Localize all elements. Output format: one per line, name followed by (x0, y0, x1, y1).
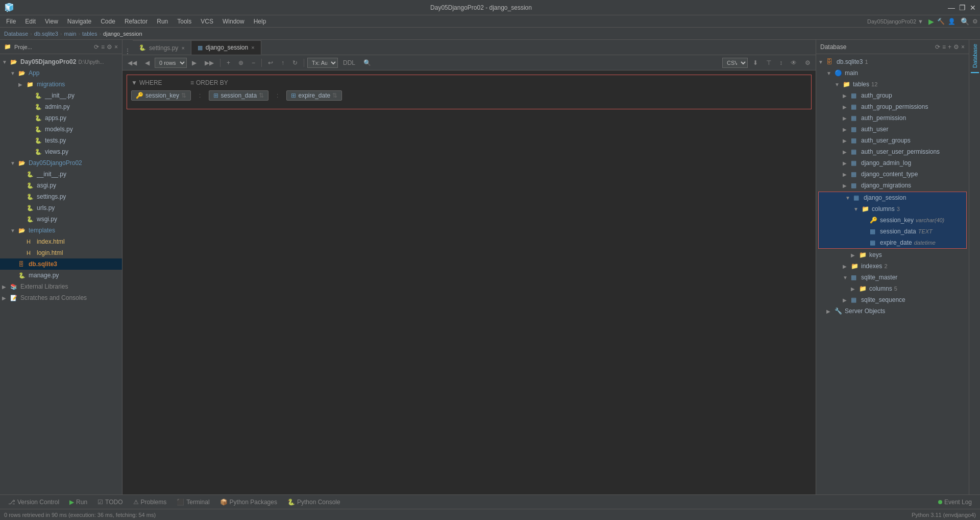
tree-settings[interactable]: 🐍 settings.py (0, 191, 122, 202)
tree-day05[interactable]: ▼ 📂 Day05DjangoPro02 (0, 157, 122, 169)
tree-urls[interactable]: 🐍 urls.py (0, 202, 122, 214)
tree-views[interactable]: 🐍 views.py (0, 146, 122, 157)
close-button[interactable]: ✕ (970, 4, 976, 12)
db-django-content-type[interactable]: ▶ ▦ django_content_type (816, 169, 969, 180)
python-packages-tab[interactable]: 📦 Python Packages (216, 497, 281, 508)
menu-file[interactable]: File (2, 17, 20, 26)
database-side-tab[interactable]: Database (971, 40, 979, 73)
project-selector[interactable]: Day05DjangoPro02 ▼ (867, 18, 923, 25)
minimize-button[interactable]: — (948, 4, 955, 12)
menu-help[interactable]: Help (250, 17, 271, 26)
db-session-key-col[interactable]: 🔑 session_key varchar(40) (819, 215, 966, 226)
filter-button[interactable]: ⊤ (763, 57, 774, 68)
first-page-button[interactable]: ◀◀ (125, 57, 140, 68)
tab-django-session[interactable]: ▦ django_session × (191, 40, 261, 55)
tree-apps[interactable]: 🐍 apps.py (0, 112, 122, 124)
db-django-admin-log[interactable]: ▶ ▦ django_admin_log (816, 157, 969, 169)
session-key-chip[interactable]: 🔑 session_key ⇅ (131, 90, 191, 101)
db-add-icon[interactable]: + (948, 43, 951, 51)
db-sqlite-master[interactable]: ▼ ▦ sqlite_master (816, 272, 969, 283)
tree-app[interactable]: ▼ 📂 App (0, 67, 122, 79)
settings-button[interactable]: ⚙ (972, 18, 978, 25)
build-button[interactable]: 🔨 (937, 18, 945, 25)
db-sqlite-sequence[interactable]: ▶ ▦ sqlite_sequence (816, 294, 969, 305)
tree-init2[interactable]: 🐍 __init__.py (0, 169, 122, 180)
add-row-button[interactable]: + (224, 57, 233, 68)
db-filter-icon[interactable]: ≡ (942, 43, 946, 51)
tree-asgi[interactable]: 🐍 asgi.py (0, 180, 122, 191)
tab-settings[interactable]: 🐍 settings.py × (133, 40, 191, 55)
run-button[interactable]: ▶ (928, 17, 934, 26)
sync-icon[interactable]: ⟳ (94, 43, 99, 51)
gear-icon[interactable]: ⚙ (107, 43, 112, 51)
tree-db[interactable]: 🗄 db.sqlite3 (0, 258, 122, 270)
terminal-tab[interactable]: ⬛ Terminal (173, 497, 213, 508)
refresh-button[interactable]: ↻ (289, 57, 301, 68)
clone-row-button[interactable]: ⊕ (235, 57, 247, 68)
sort-button[interactable]: ↕ (776, 57, 786, 68)
db-auth-group-perms[interactable]: ▶ ▦ auth_group_permissions (816, 101, 969, 112)
db-auth-permission[interactable]: ▶ ▦ auth_permission (816, 112, 969, 124)
menu-tools[interactable]: Tools (173, 17, 195, 26)
db-root[interactable]: ▼ 🗄 db.sqlite3 1 (816, 56, 969, 67)
db-close-icon[interactable]: × (961, 43, 965, 51)
db-indexes[interactable]: ▶ 📁 indexes 2 (816, 261, 969, 272)
db-keys[interactable]: ▶ 📁 keys (816, 249, 969, 261)
more-tools-icon[interactable]: ⋮ (122, 48, 133, 55)
settings2-button[interactable]: ⚙ (802, 57, 814, 68)
search-everywhere-button[interactable]: 🔍 (961, 17, 969, 26)
db-session-data-col[interactable]: ▦ session_data TEXT (819, 226, 966, 237)
breadcrumb-main[interactable]: main (64, 31, 77, 37)
db-tables[interactable]: ▼ 📁 tables 12 (816, 79, 969, 90)
session-data-chip[interactable]: ⊞ session_data ⇅ (209, 90, 268, 101)
db-auth-user-user-perms[interactable]: ▶ ▦ auth_user_user_permissions (816, 146, 969, 157)
db-server-objects[interactable]: ▶ 🔧 Server Objects (816, 305, 969, 317)
tx-select[interactable]: Tx: Auto (307, 58, 338, 68)
menu-refactor[interactable]: Refactor (120, 17, 152, 26)
breadcrumb-database[interactable]: Database (4, 31, 28, 37)
tree-index[interactable]: H index.html (0, 236, 122, 247)
settings-tab-close[interactable]: × (181, 45, 184, 51)
todo-tab[interactable]: ☑ TODO (93, 497, 127, 508)
expire-date-chip[interactable]: ⊞ expire_date ⇅ (286, 90, 342, 101)
db-auth-user[interactable]: ▶ ▦ auth_user (816, 124, 969, 135)
version-control-tab[interactable]: ⎇ Version Control (4, 497, 63, 508)
event-log-tab[interactable]: Event Log (934, 497, 976, 508)
close-panel-icon[interactable]: × (114, 43, 118, 51)
db-django-migrations[interactable]: ▶ ▦ django_migrations (816, 180, 969, 191)
run-tab[interactable]: ▶ Run (65, 497, 91, 508)
db-settings-icon[interactable]: ⚙ (953, 43, 959, 51)
python-console-tab[interactable]: 🐍 Python Console (283, 497, 345, 508)
tree-init1[interactable]: 🐍 __init__.py (0, 90, 122, 101)
submit-button[interactable]: ↑ (278, 57, 287, 68)
delete-row-button[interactable]: − (249, 57, 258, 68)
menu-window[interactable]: Window (218, 17, 249, 26)
tree-tests[interactable]: 🐍 tests.py (0, 135, 122, 146)
ddl-button[interactable]: DDL (340, 57, 358, 68)
breadcrumb-tables[interactable]: tables (82, 31, 97, 37)
tree-manage[interactable]: 🐍 manage.py (0, 270, 122, 281)
rows-select[interactable]: 0 rows (155, 58, 187, 68)
next-page-button[interactable]: ▶ (189, 57, 200, 68)
session-tab-close[interactable]: × (251, 44, 254, 51)
db-auth-group[interactable]: ▶ ▦ auth_group (816, 90, 969, 101)
db-refresh-icon[interactable]: ⟳ (935, 43, 940, 51)
db-session-columns[interactable]: ▼ 📁 columns 3 (819, 203, 966, 215)
search-data-button[interactable]: 🔍 (360, 57, 374, 68)
breadcrumb-db-sqlite3[interactable]: db.sqlite3 (34, 31, 58, 37)
problems-tab[interactable]: ⚠ Problems (129, 497, 171, 508)
menu-view[interactable]: View (41, 17, 62, 26)
prev-page-button[interactable]: ◀ (142, 57, 153, 68)
menu-code[interactable]: Code (96, 17, 119, 26)
db-sqlite-master-cols[interactable]: ▶ 📁 columns 5 (816, 283, 969, 294)
tree-extlibs[interactable]: ▶ 📚 External Libraries (0, 281, 122, 292)
tree-root[interactable]: ▼ 📂 Day05DjangoPro02 D:\U\pyth... (0, 56, 122, 67)
tree-models[interactable]: 🐍 models.py (0, 124, 122, 135)
export-button[interactable]: ⬇ (750, 57, 761, 68)
menu-vcs[interactable]: VCS (197, 17, 217, 26)
menu-run[interactable]: Run (153, 17, 172, 26)
revert-button[interactable]: ↩ (265, 57, 276, 68)
menu-edit[interactable]: Edit (21, 17, 40, 26)
csv-select[interactable]: CSV (722, 58, 748, 68)
db-django-session[interactable]: ▼ ▦ django_session (819, 192, 966, 203)
